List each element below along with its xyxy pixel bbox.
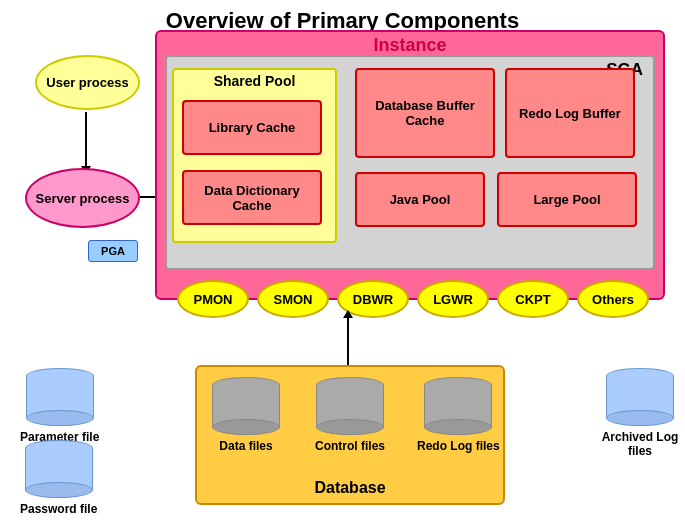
library-cache-box: Library Cache [182,100,322,155]
redo-log-files-label: Redo Log files [417,439,500,453]
archived-log-label: Archived Log files [600,430,680,458]
archived-cyl-shape [606,368,674,426]
server-process-oval: Server process [25,168,140,228]
dict-cache-label: Data Dictionary Cache [184,183,320,213]
redo-log-buffer-label: Redo Log Buffer [519,106,621,121]
user-process-label: User process [46,75,128,90]
parameter-file-cylinder: Parameter file [20,368,99,444]
data-files-label: Data files [219,439,272,453]
pga-label: PGA [101,245,125,257]
redo-log-buffer-box: Redo Log Buffer [505,68,635,158]
redo-log-files-cylinder: Redo Log files [417,377,500,453]
control-files-label: Control files [315,439,385,453]
process-oval-others: Others [577,280,649,318]
dict-cache-box: Data Dictionary Cache [182,170,322,225]
param-cyl-shape [26,368,94,426]
process-oval-lgwr: LGWR [417,280,489,318]
data-files-cylinder: Data files [212,377,280,453]
password-file-label: Password file [20,502,97,516]
process-oval-smon: SMON [257,280,329,318]
server-process-label: Server process [36,191,130,206]
control-files-cylinder: Control files [315,377,385,453]
library-cache-label: Library Cache [209,120,296,135]
java-pool-label: Java Pool [390,192,451,207]
redo-log-files-cyl-shape [424,377,492,435]
control-files-cyl-shape [316,377,384,435]
java-pool-box: Java Pool [355,172,485,227]
vertical-double-arrow [347,317,349,367]
process-oval-pmon: PMON [177,280,249,318]
process-ovals-row: PMONSMONDBWRLGWRCKPTOthers [163,280,663,318]
database-label: Database [197,479,503,497]
pga-box: PGA [88,240,138,262]
shared-pool-label: Shared Pool [174,70,335,92]
db-buffer-cache-box: Database Buffer Cache [355,68,495,158]
arrow-user-server [85,112,87,167]
db-buffer-cache-label: Database Buffer Cache [357,98,493,128]
password-file-cylinder: Password file [20,440,97,516]
main-diagram: Overview of Primary Components User proc… [0,0,685,490]
data-files-cyl-shape [212,377,280,435]
user-process-oval: User process [35,55,140,110]
password-cyl-shape [25,440,93,498]
large-pool-box: Large Pool [497,172,637,227]
process-oval-ckpt: CKPT [497,280,569,318]
archived-log-cylinder: Archived Log files [600,368,680,458]
large-pool-label: Large Pool [533,192,600,207]
database-box: Data files Control files Redo Log files … [195,365,505,505]
